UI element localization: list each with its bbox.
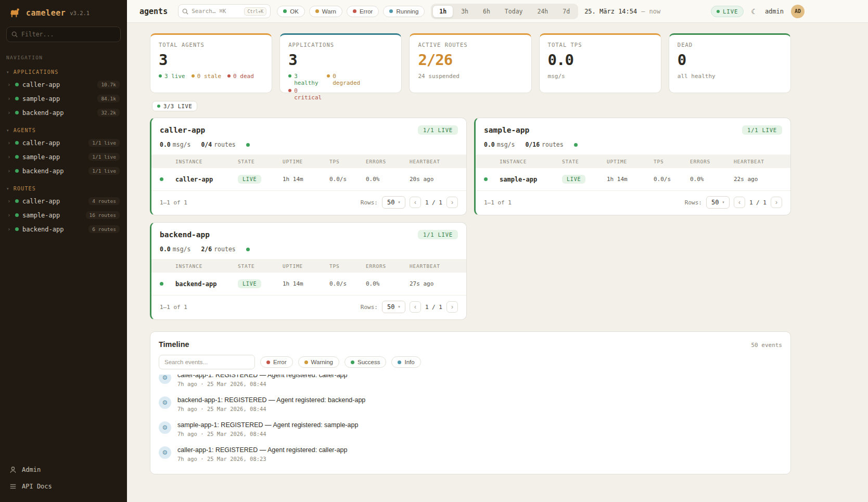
next-page-button[interactable]: › — [771, 197, 782, 208]
error-dot — [266, 361, 270, 364]
sidebar-item-api-docs[interactable]: API Docs — [0, 478, 127, 495]
timeline-event[interactable]: ⚙ backend-app-1: REGISTERED — Agent regi… — [150, 392, 790, 417]
sidebar-item-routes-sample-app[interactable]: › sample-app 16 routes — [0, 208, 127, 222]
section-header-applications[interactable]: ▾ APPLICATIONS — [7, 69, 119, 75]
success-dot — [351, 361, 354, 364]
row-range: 1–1 of 1 — [160, 199, 187, 206]
section-header-routes[interactable]: ▾ ROUTES — [7, 186, 119, 191]
chevron-right-icon: › — [7, 95, 11, 102]
section-header-agents[interactable]: ▾ AGENTS — [7, 127, 119, 133]
chevron-right-icon: › — [7, 168, 11, 174]
timeline-filter-error[interactable]: Error — [260, 356, 293, 368]
timeline-event[interactable]: ⚙ sample-app-1: REGISTERED — Agent regis… — [150, 417, 790, 442]
chevron-down-icon: ▾ — [398, 305, 400, 309]
sidebar-item-app-backend-app[interactable]: › backend-app 32.2k — [0, 106, 127, 120]
keyboard-shortcut-badge: Ctrl+K — [244, 7, 266, 16]
warning-dot — [304, 361, 308, 364]
count-badge: 4 routes — [88, 197, 120, 205]
pager: Rows: 50 ▾ ‹ 1 / 1 › — [361, 301, 458, 313]
events-search-input[interactable] — [164, 359, 249, 365]
sidebar-item-agent-caller-app[interactable]: › caller-app 1/1 live — [0, 136, 127, 150]
critical-dot — [288, 89, 291, 92]
sidebar-item-app-sample-app[interactable]: › sample-app 84.1k — [0, 92, 127, 106]
filter-chip-error[interactable]: Error — [347, 6, 379, 17]
timeline-filter-info[interactable]: Info — [391, 356, 420, 368]
timeline-filter-warning[interactable]: Warning — [298, 356, 339, 368]
row-range: 1–1 of 1 — [160, 304, 187, 311]
filter-chip-running[interactable]: Running — [383, 6, 425, 17]
live-dot — [157, 105, 160, 108]
rows-per-page-select[interactable]: 50 ▾ — [382, 301, 405, 313]
status-dot — [15, 83, 19, 86]
page-indicator: 1 / 1 — [749, 199, 767, 206]
section-label: AGENTS — [14, 127, 36, 133]
search-icon — [11, 31, 18, 37]
admin-label: Admin — [22, 466, 41, 473]
row-range: 1–1 of 1 — [484, 199, 512, 206]
chevron-right-icon: › — [7, 198, 11, 204]
dark-mode-toggle-icon[interactable]: ☾ — [751, 7, 758, 16]
time-range-7d[interactable]: 7d — [556, 5, 577, 18]
prev-page-button[interactable]: ‹ — [410, 301, 421, 313]
time-range-3h[interactable]: 3h — [454, 5, 475, 18]
next-page-button[interactable]: › — [446, 301, 458, 313]
live-count-badge: 1/1 LIVE — [418, 230, 458, 239]
count-badge: 84.1k — [97, 95, 120, 102]
filter-chip-warn[interactable]: Warn — [309, 6, 342, 17]
time-range-1h[interactable]: 1h — [432, 5, 453, 18]
status-dot — [15, 169, 19, 173]
sidebar-filter — [6, 27, 121, 42]
table-header: INSTANCE STATE UPTIME TPS ERRORS HEARTBE… — [151, 155, 466, 168]
timeline-event[interactable]: ⚙ caller-app-1: REGISTERED — Agent regis… — [150, 442, 790, 467]
live-toggle[interactable]: LIVE — [711, 6, 744, 17]
timeline-event[interactable]: ⚙ caller-app-1: REGISTERED — Agent regis… — [150, 375, 790, 392]
sidebar-item-agent-sample-app[interactable]: › sample-app 1/1 live — [0, 150, 127, 164]
chevron-right-icon: › — [7, 81, 11, 88]
time-range-today[interactable]: Today — [498, 5, 530, 18]
sidebar-footer: Admin API Docs — [0, 461, 127, 502]
sidebar-item-admin[interactable]: Admin — [0, 461, 127, 478]
chevron-right-icon: › — [7, 109, 11, 116]
time-range-24h[interactable]: 24h — [530, 5, 555, 18]
table-row[interactable]: caller-app LIVE 1h 14m 0.0/s 0.0% 20s ag… — [151, 168, 466, 191]
prev-page-button[interactable]: ‹ — [410, 197, 421, 208]
events-search — [159, 355, 255, 369]
sparkline-dot — [246, 248, 250, 251]
sidebar-item-routes-backend-app[interactable]: › backend-app 6 routes — [0, 222, 127, 236]
page-indicator: 1 / 1 — [425, 199, 442, 206]
app-logo[interactable]: cameleer v3.2.1 — [0, 0, 127, 24]
time-range-segments: 1h 3h 6h Today 24h 7d — [431, 4, 578, 19]
live-count-badge: 1/1 LIVE — [742, 125, 782, 135]
table-row[interactable]: backend-app LIVE 1h 14m 0.0/s 0.0% 27s a… — [151, 273, 466, 295]
timeline-events-list: ⚙ caller-app-1: REGISTERED — Agent regis… — [150, 375, 790, 467]
chevron-down-icon: ▾ — [398, 200, 400, 204]
table-footer: 1–1 of 1 Rows: 50 ▾ ‹ 1 / 1 › — [476, 191, 790, 215]
chevron-right-icon: › — [7, 139, 11, 146]
navigation-label: NAVIGATION — [6, 55, 119, 60]
count-badge: 1/1 live — [88, 167, 120, 175]
range-end: now — [649, 8, 661, 15]
sidebar-item-routes-caller-app[interactable]: › caller-app 4 routes — [0, 194, 127, 208]
table-row[interactable]: sample-app LIVE 1h 14m 0.0/s 0.0% 22s ag… — [476, 168, 790, 191]
docs-icon — [9, 483, 17, 490]
timeline-filter-success[interactable]: Success — [344, 356, 386, 368]
sidebar-item-agent-backend-app[interactable]: › backend-app 1/1 live — [0, 164, 127, 178]
filter-chip-ok[interactable]: OK — [277, 6, 305, 17]
app-card-stats: 0.0msg/s 2/6routes — [151, 243, 466, 259]
rows-per-page-select[interactable]: 50 ▾ — [382, 196, 405, 209]
timeline-title: Timeline — [159, 340, 189, 349]
sidebar-filter-input[interactable] — [21, 31, 116, 38]
time-range-6h[interactable]: 6h — [476, 5, 497, 18]
prev-page-button[interactable]: ‹ — [734, 197, 745, 208]
sidebar-item-app-caller-app[interactable]: › caller-app 10.7k — [0, 78, 127, 92]
status-dot — [484, 177, 488, 181]
status-dot — [15, 213, 19, 217]
rows-per-page-select[interactable]: 50 ▾ — [706, 196, 730, 209]
next-page-button[interactable]: › — [446, 197, 458, 208]
running-dot — [389, 9, 393, 13]
info-dot — [398, 361, 401, 364]
timeline-controls: Error Warning Success Info — [150, 355, 790, 375]
avatar[interactable]: AD — [791, 5, 805, 18]
table-footer: 1–1 of 1 Rows: 50 ▾ ‹ 1 / 1 › — [151, 191, 466, 215]
global-search-input[interactable] — [192, 8, 241, 15]
